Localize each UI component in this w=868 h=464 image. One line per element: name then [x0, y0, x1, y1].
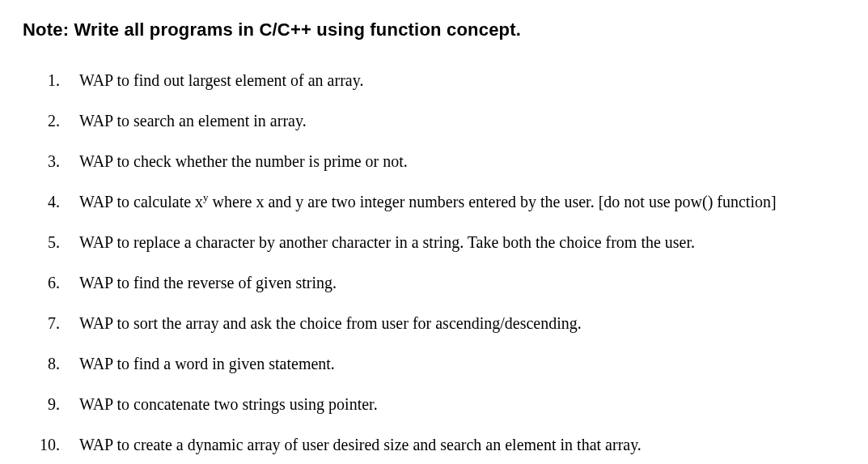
problems-list: 1. WAP to find out largest element of an… [23, 65, 845, 460]
list-item: 9. WAP to concatenate two strings using … [39, 389, 845, 419]
list-item: 4. WAP to calculate xy where x and y are… [39, 186, 845, 217]
item-number: 5. [39, 227, 79, 258]
list-item: 10. WAP to create a dynamic array of use… [39, 429, 845, 460]
item-text: WAP to search an element in array. [79, 105, 845, 136]
item-number: 7. [39, 308, 79, 338]
item-text: WAP to replace a character by another ch… [79, 227, 845, 258]
list-item: 7. WAP to sort the array and ask the cho… [39, 308, 845, 338]
item-number: 4. [39, 186, 79, 217]
list-item: 6. WAP to find the reverse of given stri… [39, 267, 845, 298]
item-number: 2. [39, 105, 79, 136]
item-text: WAP to find the reverse of given string. [79, 267, 845, 298]
list-item: 2. WAP to search an element in array. [39, 105, 845, 136]
list-item: 5. WAP to replace a character by another… [39, 227, 845, 258]
item-text: WAP to concatenate two strings using poi… [79, 389, 845, 419]
item-text: WAP to calculate xy where x and y are tw… [79, 186, 845, 217]
list-item: 8. WAP to find a word in given statement… [39, 348, 845, 379]
list-item: 1. WAP to find out largest element of an… [39, 65, 845, 96]
item-number: 8. [39, 348, 79, 379]
item-number: 3. [39, 146, 79, 177]
list-item: 3. WAP to check whether the number is pr… [39, 146, 845, 177]
document-heading: Note: Write all programs in C/C++ using … [23, 19, 845, 40]
item-text: WAP to create a dynamic array of user de… [79, 429, 845, 460]
item-number: 6. [39, 267, 79, 298]
item-number: 10. [39, 429, 79, 460]
item-text: WAP to check whether the number is prime… [79, 146, 845, 177]
item-text: WAP to find out largest element of an ar… [79, 65, 845, 96]
item-number: 1. [39, 65, 79, 96]
item-number: 9. [39, 389, 79, 419]
item-text: WAP to sort the array and ask the choice… [79, 308, 845, 338]
item-text: WAP to find a word in given statement. [79, 348, 845, 379]
